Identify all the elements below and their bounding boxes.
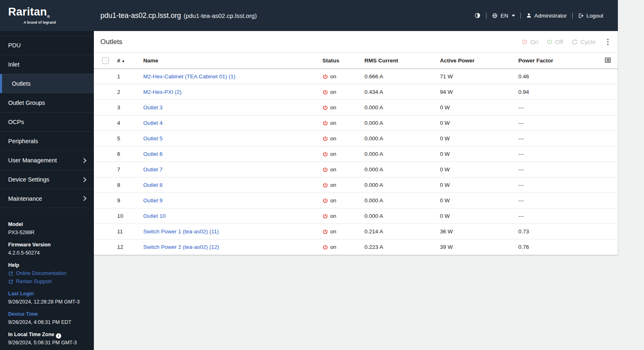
sidebar-item-device-settings[interactable]: Device Settings [0,170,94,189]
status-label: on [330,166,336,173]
outlet-name-link[interactable]: Outlet 9 [143,197,162,204]
column-header-active-power[interactable]: Active Power [440,53,518,69]
column-header-number[interactable]: #▲ [117,53,143,69]
outlet-name-cell: M2-Hex-Cabinet (TEA Cabinet 01) (1) [143,69,322,84]
user-menu[interactable]: Administrator [526,13,567,19]
outlet-number-cell: 4 [117,115,143,131]
row-select-cell [94,69,117,84]
device-name-secondary: (pdu1-tea-as02.cp.lsst.org) [184,12,257,19]
power-cycle-button[interactable]: Cycle [571,38,596,45]
sidebar-item-pdu[interactable]: PDU [0,35,94,55]
power-factor-cell: 0.46 [518,69,600,84]
sidebar-item-label: Device Settings [8,176,49,183]
select-all-checkbox[interactable] [102,57,109,64]
columns-settings-cell [600,53,618,69]
active-power-cell: 39 W [440,239,518,255]
divider [572,13,573,19]
power-factor-empty: --- [518,104,524,111]
power-status-icon [322,89,328,95]
row-select-cell [94,84,117,100]
power-off-label: Off [555,38,563,45]
active-power-cell: 71 W [440,69,518,84]
status-label: on [330,182,336,188]
power-status-icon [322,136,328,142]
outlet-name-link[interactable]: Outlet 6 [143,151,162,157]
rms-current-cell: 0.666 A [364,69,440,84]
divider [486,13,486,19]
sidebar-item-label: Outlet Groups [8,100,45,106]
rms-current-cell: 0.434 A [364,84,440,100]
logout-button[interactable]: Logout [578,13,603,19]
column-header-status[interactable]: Status [322,53,364,69]
power-off-icon [546,39,553,45]
power-factor-cell: --- [518,115,600,131]
outlet-status-cell: on [322,239,364,255]
sidebar-item-outlet-groups[interactable]: Outlet Groups [0,93,94,112]
contrast-icon [474,12,481,19]
sidebar-item-peripherals[interactable]: Peripherals [0,131,94,151]
online-documentation-link[interactable]: Online Documentation [8,269,86,277]
outlet-name-link[interactable]: M2-Hex-Cabinet (TEA Cabinet 01) (1) [143,73,235,80]
outlet-name-link[interactable]: M2-Hex-PXI (2) [143,89,182,95]
local-timezone-label: In Local Time Zonei [8,330,86,339]
sidebar-item-inlet[interactable]: Inlet [0,55,94,74]
model-group: Model PX3-5288R [8,220,86,237]
outlet-number-cell: 11 [117,224,143,239]
table-row: 8Outlet 8on0.000 A0 W--- [94,177,618,193]
outlet-name-link[interactable]: Switch Power 2 (tea-as02) (12) [143,244,219,250]
outlet-name-link[interactable]: Outlet 5 [143,135,162,142]
language-selector[interactable]: EN [492,13,515,19]
sidebar-item-user-management[interactable]: User Management [0,151,94,170]
sidebar-item-maintenance[interactable]: Maintenance [0,189,94,208]
sidebar-item-ocps[interactable]: OCPs [0,112,94,131]
contrast-toggle[interactable] [474,12,481,19]
column-header-power-factor[interactable]: Power Factor [518,53,600,69]
power-status-icon [322,244,328,250]
external-link-icon [8,279,13,284]
columns-icon[interactable] [604,57,611,64]
power-on-button[interactable]: On [522,38,538,45]
power-status-icon [322,105,328,111]
active-power-cell: 94 W [440,84,518,100]
help-label: Help [8,261,86,269]
table-row: 11Switch Power 1 (tea-as02) (11)on0.214 … [94,224,618,239]
outlet-name-cell: M2-Hex-PXI (2) [143,84,322,100]
row-end-cell [600,131,618,146]
outlet-name-link[interactable]: Outlet 8 [143,182,162,188]
row-end-cell [600,115,618,131]
outlet-name-link[interactable]: Outlet 3 [143,104,162,111]
sidebar-item-label: User Management [8,157,57,164]
outlet-name-link[interactable]: Outlet 7 [143,166,162,173]
raritan-logo[interactable]: Raritan® A brand of legrand [0,7,94,24]
rms-current-cell: 0.223 A [364,239,440,255]
sidebar-item-outlets[interactable]: Outlets [0,74,94,93]
outlet-name-cell: Outlet 6 [143,146,322,162]
power-factor-empty: --- [518,166,524,173]
power-factor-cell: --- [518,131,600,146]
power-factor-cell: --- [518,100,600,115]
power-status-icon [322,182,328,188]
outlet-name-cell: Outlet 8 [143,177,322,193]
status-label: on [330,73,336,80]
table-row: 9Outlet 9on0.000 A0 W--- [94,193,618,208]
active-power-cell: 36 W [440,224,518,239]
row-select-cell [94,162,117,177]
outlet-name-link[interactable]: Outlet 10 [143,213,166,219]
info-icon[interactable]: i [56,333,61,339]
power-factor-cell: --- [518,177,600,193]
device-time-label: Device Time [8,310,86,318]
power-status-icon [322,198,328,204]
language-label: EN [500,13,508,19]
row-select-cell [94,115,117,131]
table-row: 5Outlet 5on0.000 A0 W--- [94,131,618,146]
sidebar: PDUInletOutletsOutlet GroupsOCPsPeripher… [0,31,94,350]
outlet-name-link[interactable]: Outlet 4 [143,120,162,126]
app: Raritan® A brand of legrand pdu1-tea-as0… [0,0,644,350]
raritan-support-link[interactable]: Raritan Support [8,277,86,286]
kebab-menu-icon[interactable] [605,38,611,46]
column-header-rms-current[interactable]: RMS Current [364,53,440,69]
power-off-button[interactable]: Off [546,38,563,45]
outlet-name-link[interactable]: Switch Power 1 (tea-as02) (11) [143,228,219,235]
column-header-name[interactable]: Name [143,53,322,69]
outlet-status-cell: on [322,193,364,208]
